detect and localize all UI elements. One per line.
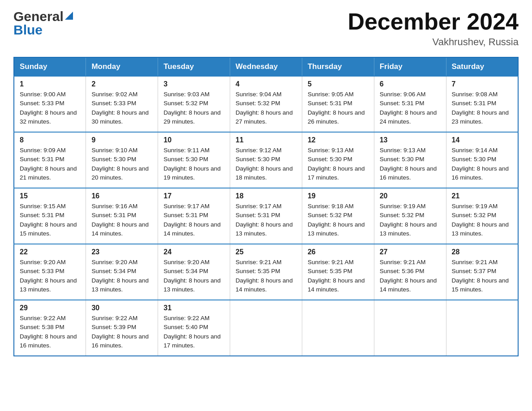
day-number: 27 [380, 248, 441, 256]
calendar-cell [302, 300, 374, 356]
day-number: 11 [236, 136, 296, 144]
calendar-cell: 17 Sunrise: 9:17 AM Sunset: 5:31 PM Dayl… [158, 188, 230, 244]
header: General Blue December 2024 Vakhrushev, R… [13, 9, 519, 48]
calendar-cell: 9 Sunrise: 9:10 AM Sunset: 5:30 PM Dayli… [86, 132, 158, 188]
day-info: Sunrise: 9:04 AM Sunset: 5:32 PM Dayligh… [236, 90, 296, 126]
calendar-cell: 22 Sunrise: 9:20 AM Sunset: 5:33 PM Dayl… [14, 244, 86, 300]
day-info: Sunrise: 9:06 AM Sunset: 5:31 PM Dayligh… [380, 90, 441, 126]
day-number: 16 [91, 192, 152, 200]
day-info: Sunrise: 9:16 AM Sunset: 5:31 PM Dayligh… [91, 202, 152, 238]
calendar-cell [374, 300, 446, 356]
calendar-week-4: 22 Sunrise: 9:20 AM Sunset: 5:33 PM Dayl… [14, 244, 518, 300]
day-number: 28 [452, 248, 513, 256]
day-info: Sunrise: 9:18 AM Sunset: 5:32 PM Dayligh… [308, 202, 369, 238]
day-number: 13 [380, 136, 441, 144]
calendar-week-1: 1 Sunrise: 9:00 AM Sunset: 5:33 PM Dayli… [14, 76, 518, 132]
day-number: 30 [91, 304, 152, 312]
day-number: 25 [236, 248, 296, 256]
page-container: General Blue December 2024 Vakhrushev, R… [13, 9, 519, 356]
col-saturday: Saturday [446, 57, 518, 76]
calendar-cell: 20 Sunrise: 9:19 AM Sunset: 5:32 PM Dayl… [374, 188, 446, 244]
day-number: 17 [163, 192, 224, 200]
calendar-table: Sunday Monday Tuesday Wednesday Thursday… [13, 57, 519, 356]
calendar-cell: 26 Sunrise: 9:21 AM Sunset: 5:35 PM Dayl… [302, 244, 374, 300]
calendar-cell: 29 Sunrise: 9:22 AM Sunset: 5:38 PM Dayl… [14, 300, 86, 356]
col-wednesday: Wednesday [230, 57, 302, 76]
day-info: Sunrise: 9:17 AM Sunset: 5:31 PM Dayligh… [163, 202, 224, 238]
day-info: Sunrise: 9:22 AM Sunset: 5:38 PM Dayligh… [20, 314, 80, 350]
day-number: 21 [452, 192, 513, 200]
calendar-cell: 27 Sunrise: 9:21 AM Sunset: 5:36 PM Dayl… [374, 244, 446, 300]
logo-triangle-icon [65, 12, 73, 21]
calendar-cell: 21 Sunrise: 9:19 AM Sunset: 5:32 PM Dayl… [446, 188, 518, 244]
day-info: Sunrise: 9:12 AM Sunset: 5:30 PM Dayligh… [236, 146, 296, 182]
day-info: Sunrise: 9:19 AM Sunset: 5:32 PM Dayligh… [380, 202, 441, 238]
calendar-week-5: 29 Sunrise: 9:22 AM Sunset: 5:38 PM Dayl… [14, 300, 518, 356]
day-info: Sunrise: 9:20 AM Sunset: 5:34 PM Dayligh… [163, 258, 224, 294]
day-number: 18 [236, 192, 296, 200]
day-info: Sunrise: 9:08 AM Sunset: 5:31 PM Dayligh… [452, 90, 513, 126]
calendar-cell: 15 Sunrise: 9:15 AM Sunset: 5:31 PM Dayl… [14, 188, 86, 244]
calendar-cell: 18 Sunrise: 9:17 AM Sunset: 5:31 PM Dayl… [230, 188, 302, 244]
day-info: Sunrise: 9:22 AM Sunset: 5:40 PM Dayligh… [163, 314, 224, 350]
logo-general-text: General [13, 9, 64, 24]
main-title: December 2024 [348, 9, 519, 34]
calendar-cell: 24 Sunrise: 9:20 AM Sunset: 5:34 PM Dayl… [158, 244, 230, 300]
calendar-header-row: Sunday Monday Tuesday Wednesday Thursday… [14, 57, 518, 76]
calendar-cell: 7 Sunrise: 9:08 AM Sunset: 5:31 PM Dayli… [446, 76, 518, 132]
day-info: Sunrise: 9:21 AM Sunset: 5:37 PM Dayligh… [452, 258, 513, 294]
calendar-cell: 23 Sunrise: 9:20 AM Sunset: 5:34 PM Dayl… [86, 244, 158, 300]
day-number: 20 [380, 192, 441, 200]
day-info: Sunrise: 9:14 AM Sunset: 5:30 PM Dayligh… [452, 146, 513, 182]
day-info: Sunrise: 9:20 AM Sunset: 5:34 PM Dayligh… [91, 258, 152, 294]
calendar-cell: 11 Sunrise: 9:12 AM Sunset: 5:30 PM Dayl… [230, 132, 302, 188]
day-info: Sunrise: 9:10 AM Sunset: 5:30 PM Dayligh… [91, 146, 152, 182]
day-info: Sunrise: 9:02 AM Sunset: 5:33 PM Dayligh… [91, 90, 152, 126]
day-number: 1 [20, 80, 80, 88]
day-number: 31 [163, 304, 224, 312]
calendar-cell: 8 Sunrise: 9:09 AM Sunset: 5:31 PM Dayli… [14, 132, 86, 188]
calendar-cell: 25 Sunrise: 9:21 AM Sunset: 5:35 PM Dayl… [230, 244, 302, 300]
day-info: Sunrise: 9:21 AM Sunset: 5:35 PM Dayligh… [236, 258, 296, 294]
calendar-cell: 5 Sunrise: 9:05 AM Sunset: 5:31 PM Dayli… [302, 76, 374, 132]
calendar-week-3: 15 Sunrise: 9:15 AM Sunset: 5:31 PM Dayl… [14, 188, 518, 244]
day-info: Sunrise: 9:17 AM Sunset: 5:31 PM Dayligh… [236, 202, 296, 238]
svg-marker-0 [65, 12, 73, 20]
col-sunday: Sunday [14, 57, 86, 76]
day-info: Sunrise: 9:19 AM Sunset: 5:32 PM Dayligh… [452, 202, 513, 238]
day-number: 22 [20, 248, 80, 256]
calendar-week-2: 8 Sunrise: 9:09 AM Sunset: 5:31 PM Dayli… [14, 132, 518, 188]
day-number: 5 [308, 80, 369, 88]
calendar-cell: 1 Sunrise: 9:00 AM Sunset: 5:33 PM Dayli… [14, 76, 86, 132]
day-info: Sunrise: 9:22 AM Sunset: 5:39 PM Dayligh… [91, 314, 152, 350]
day-number: 3 [163, 80, 224, 88]
calendar-cell: 19 Sunrise: 9:18 AM Sunset: 5:32 PM Dayl… [302, 188, 374, 244]
day-number: 12 [308, 136, 369, 144]
day-number: 19 [308, 192, 369, 200]
day-info: Sunrise: 9:15 AM Sunset: 5:31 PM Dayligh… [20, 202, 80, 238]
logo: General Blue [13, 9, 73, 38]
calendar-cell: 10 Sunrise: 9:11 AM Sunset: 5:30 PM Dayl… [158, 132, 230, 188]
calendar-cell: 14 Sunrise: 9:14 AM Sunset: 5:30 PM Dayl… [446, 132, 518, 188]
day-number: 10 [163, 136, 224, 144]
day-info: Sunrise: 9:13 AM Sunset: 5:30 PM Dayligh… [308, 146, 369, 182]
calendar-cell: 12 Sunrise: 9:13 AM Sunset: 5:30 PM Dayl… [302, 132, 374, 188]
calendar-cell: 4 Sunrise: 9:04 AM Sunset: 5:32 PM Dayli… [230, 76, 302, 132]
calendar-cell: 6 Sunrise: 9:06 AM Sunset: 5:31 PM Dayli… [374, 76, 446, 132]
day-number: 9 [91, 136, 152, 144]
day-number: 29 [20, 304, 80, 312]
calendar-cell: 28 Sunrise: 9:21 AM Sunset: 5:37 PM Dayl… [446, 244, 518, 300]
calendar-cell: 2 Sunrise: 9:02 AM Sunset: 5:33 PM Dayli… [86, 76, 158, 132]
day-number: 24 [163, 248, 224, 256]
day-info: Sunrise: 9:21 AM Sunset: 5:36 PM Dayligh… [380, 258, 441, 294]
calendar-cell: 31 Sunrise: 9:22 AM Sunset: 5:40 PM Dayl… [158, 300, 230, 356]
day-number: 15 [20, 192, 80, 200]
calendar-cell [446, 300, 518, 356]
day-info: Sunrise: 9:13 AM Sunset: 5:30 PM Dayligh… [380, 146, 441, 182]
day-info: Sunrise: 9:21 AM Sunset: 5:35 PM Dayligh… [308, 258, 369, 294]
day-number: 7 [452, 80, 513, 88]
day-info: Sunrise: 9:11 AM Sunset: 5:30 PM Dayligh… [163, 146, 224, 182]
col-thursday: Thursday [302, 57, 374, 76]
day-number: 2 [91, 80, 152, 88]
calendar-cell: 30 Sunrise: 9:22 AM Sunset: 5:39 PM Dayl… [86, 300, 158, 356]
